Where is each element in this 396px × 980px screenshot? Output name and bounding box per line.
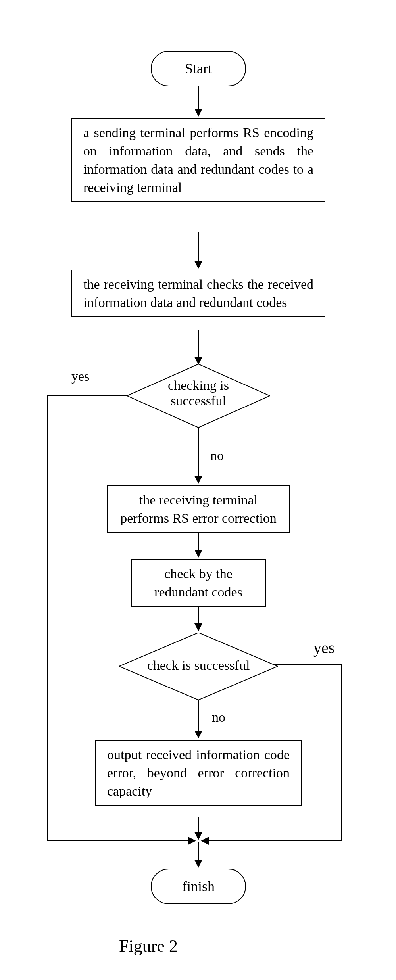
step3-text: the receiving terminal performs RS error… bbox=[120, 493, 277, 525]
finish-label: finish bbox=[182, 878, 215, 895]
decision1-label: checking is successful bbox=[159, 378, 238, 408]
step1-text: a sending terminal performs RS encoding … bbox=[83, 125, 313, 195]
terminator-start: Start bbox=[151, 51, 246, 86]
decision2-label: check is successful bbox=[135, 658, 262, 673]
process-step3: the receiving terminal performs RS error… bbox=[107, 485, 290, 533]
edge-d2-yes: yes bbox=[313, 639, 334, 657]
svg-marker-10 bbox=[119, 633, 278, 700]
process-step5: output received information code error, … bbox=[95, 740, 302, 806]
process-step2: the receiving terminal checks the receiv… bbox=[71, 270, 325, 317]
edge-d1-no: no bbox=[210, 448, 224, 463]
process-step4: check by the redundant codes bbox=[131, 559, 266, 607]
edge-d1-yes: yes bbox=[71, 369, 89, 384]
process-step1: a sending terminal performs RS encoding … bbox=[71, 118, 325, 202]
figure-caption: Figure 2 bbox=[119, 936, 178, 956]
svg-marker-9 bbox=[127, 364, 270, 428]
decision-check2 bbox=[119, 633, 278, 700]
step5-text: output received information code error, … bbox=[107, 747, 290, 798]
decision-check-successful bbox=[127, 364, 270, 428]
step4-text: check by the redundant codes bbox=[154, 566, 242, 599]
edge-d2-no: no bbox=[212, 710, 225, 725]
terminator-finish: finish bbox=[151, 869, 246, 904]
step2-text: the receiving terminal checks the receiv… bbox=[83, 277, 313, 310]
flowchart-canvas: Start a sending terminal performs RS enc… bbox=[0, 16, 396, 980]
start-label: Start bbox=[185, 60, 212, 77]
